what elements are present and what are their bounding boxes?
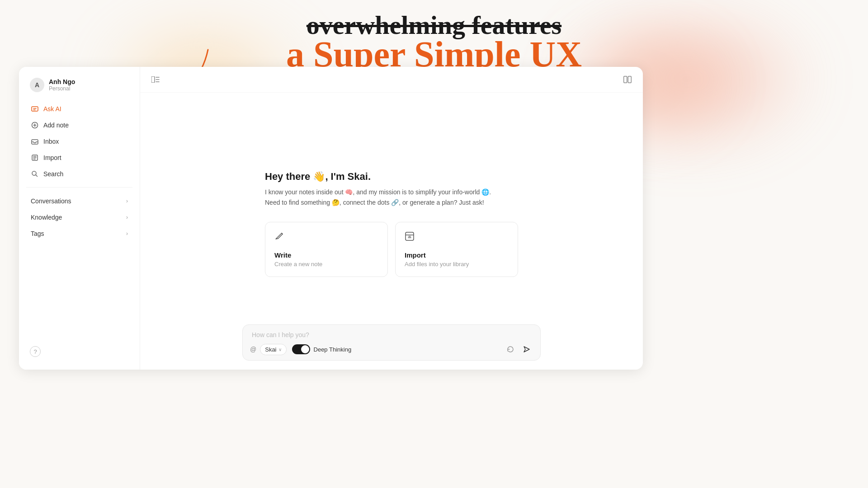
add-note-icon (31, 121, 39, 129)
svg-rect-6 (624, 76, 627, 83)
main-toolbar (140, 67, 643, 93)
import-icon (31, 154, 39, 162)
ask-ai-icon (31, 105, 39, 113)
knowledge-label: Knowledge (31, 214, 62, 221)
deep-thinking-label: Deep Thinking (314, 346, 352, 353)
search-icon (31, 170, 39, 178)
toggle-knob (301, 345, 309, 353)
write-card-icon (274, 231, 378, 244)
greeting-title: Hey there 👋, I'm Skai. (265, 171, 518, 183)
chat-input-box: How can I help you? @ Skai ∨ Deep Thinki… (242, 324, 541, 361)
model-selector-label: Skai (265, 346, 276, 353)
sidebar: A Anh Ngo Personal Ask AI (19, 67, 140, 370)
sidebar-item-inbox[interactable]: Inbox (26, 134, 132, 149)
deep-thinking-toggle[interactable]: Deep Thinking (292, 344, 352, 354)
inbox-icon (31, 137, 39, 145)
user-name: Anh Ngo (49, 78, 75, 85)
greeting-line2: Need to find something 🤔, connect the do… (265, 199, 484, 206)
write-card-title: Write (274, 251, 378, 259)
model-selector-chevron-icon: ∨ (278, 347, 282, 352)
sidebar-item-ask-ai-label: Ask AI (43, 105, 61, 113)
sidebar-item-knowledge[interactable]: Knowledge › (26, 209, 132, 224)
at-mention-button[interactable]: @ (250, 346, 256, 353)
user-info: Anh Ngo Personal (49, 78, 75, 92)
split-view-button[interactable] (621, 73, 634, 86)
import-card-title: Import (405, 251, 509, 259)
import-card[interactable]: Import Add files into your library (395, 222, 518, 277)
write-card-subtitle: Create a new note (274, 261, 378, 267)
toggle-switch[interactable] (292, 344, 310, 354)
model-selector[interactable]: Skai ∨ (260, 344, 286, 355)
import-card-icon (405, 231, 509, 244)
conversations-label: Conversations (31, 197, 71, 205)
sidebar-item-tags[interactable]: Tags › (26, 225, 132, 240)
chat-input-area: How can I help you? @ Skai ∨ Deep Thinki… (242, 324, 541, 361)
action-cards: Write Create a new note Import Add files… (265, 222, 518, 277)
tags-label: Tags (31, 230, 44, 237)
input-actions (504, 343, 533, 356)
main-content: Hey there 👋, I'm Skai. I know your notes… (140, 67, 643, 370)
greeting-section: Hey there 👋, I'm Skai. I know your notes… (265, 171, 518, 207)
help-button[interactable]: ? (30, 346, 41, 357)
sidebar-item-conversations[interactable]: Conversations › (26, 193, 132, 207)
svg-rect-0 (32, 107, 38, 111)
sidebar-item-search-label: Search (43, 170, 63, 178)
conversations-chevron-icon: › (126, 198, 128, 204)
sidebar-toggle-button[interactable] (149, 73, 162, 86)
greeting-line1: I know your notes inside out 🧠, and my m… (265, 188, 491, 196)
sidebar-item-search[interactable]: Search (26, 166, 132, 182)
knowledge-chevron-icon: › (126, 214, 128, 221)
send-button[interactable] (520, 343, 533, 356)
user-section[interactable]: A Anh Ngo Personal (26, 76, 132, 99)
sidebar-item-ask-ai[interactable]: Ask AI (26, 101, 132, 117)
sidebar-divider (26, 187, 132, 188)
write-card[interactable]: Write Create a new note (265, 222, 388, 277)
greeting-body: I know your notes inside out 🧠, and my m… (265, 187, 518, 207)
sidebar-item-import[interactable]: Import (26, 150, 132, 165)
tags-chevron-icon: › (126, 230, 128, 237)
refresh-button[interactable] (504, 343, 517, 356)
chat-area: Hey there 👋, I'm Skai. I know your notes… (140, 93, 643, 370)
sidebar-item-add-note-label: Add note (43, 122, 69, 129)
sidebar-item-inbox-label: Inbox (43, 138, 59, 145)
import-card-subtitle: Add files into your library (405, 261, 509, 267)
sidebar-item-add-note[interactable]: Add note (26, 117, 132, 133)
avatar: A (30, 78, 44, 92)
svg-rect-5 (151, 76, 155, 83)
chat-input-placeholder[interactable]: How can I help you? (250, 331, 533, 338)
sidebar-item-import-label: Import (43, 154, 61, 161)
toolbar-left (149, 73, 162, 86)
chat-input-footer: @ Skai ∨ Deep Thinking (250, 343, 533, 356)
toolbar-right (621, 73, 634, 86)
app-window: A Anh Ngo Personal Ask AI (19, 67, 643, 370)
user-plan: Personal (49, 85, 75, 92)
sidebar-nav: Ask AI Add note Inbox (26, 101, 132, 182)
svg-rect-7 (628, 76, 631, 83)
sidebar-bottom: ? (26, 343, 132, 361)
